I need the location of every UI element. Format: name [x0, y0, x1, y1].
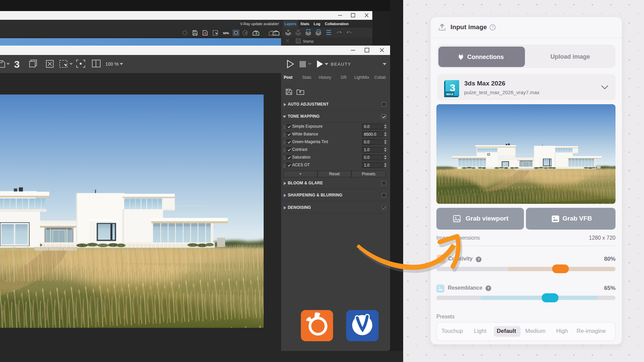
svg-text:MAX: MAX: [446, 92, 453, 96]
svg-text:BEAUTY: BEAUTY: [331, 62, 351, 67]
svg-text:Stamp: Stamp: [303, 39, 314, 43]
svg-text:3: 3: [14, 59, 20, 70]
svg-text:?: ?: [491, 25, 493, 29]
svg-text:50%: 50%: [223, 32, 229, 35]
svg-text:100 %: 100 %: [105, 61, 119, 67]
svg-text:?: ?: [487, 286, 490, 290]
